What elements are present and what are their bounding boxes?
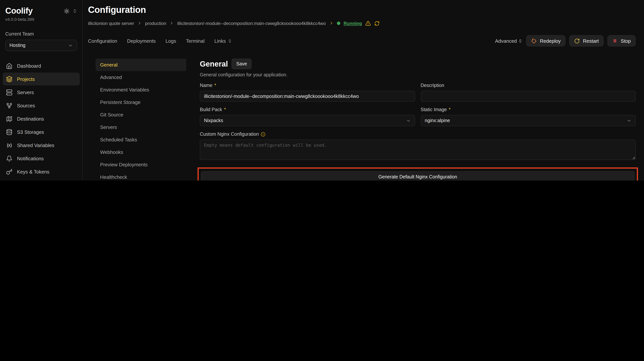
info-icon[interactable] — [261, 132, 266, 137]
subnav-git-source[interactable]: Git Source — [96, 109, 186, 121]
variable-icon: (x) — [6, 142, 12, 148]
app-version: v4.0.0-beta.399 — [5, 17, 77, 22]
breadcrumb-application[interactable]: illicitestonion/-module--decomposition:m… — [177, 21, 326, 26]
chevrons-up-down-icon[interactable] — [72, 9, 77, 13]
sidebar: Coolify v4.0.0-beta.399 Current Team Hos… — [0, 0, 83, 181]
main-area: Configuration illicitonion quote server … — [83, 0, 644, 181]
chevrons-up-down-icon — [228, 39, 232, 43]
breadcrumb-project[interactable]: illicitonion quote server — [88, 21, 134, 26]
redeploy-button[interactable]: Redeploy — [526, 35, 566, 47]
sidebar-item-servers[interactable]: Servers — [3, 86, 80, 99]
tab-links[interactable]: Links — [214, 38, 232, 44]
chevron-down-icon — [68, 43, 73, 48]
tab-configuration[interactable]: Configuration — [88, 38, 117, 44]
description-input[interactable] — [420, 91, 636, 102]
custom-nginx-label: Custom Nginx Configuration — [200, 132, 259, 137]
sidebar-item-tags[interactable]: Tags — [3, 178, 80, 181]
key-icon — [6, 168, 12, 175]
status-dot — [337, 22, 340, 25]
static-image-label: Static Image — [420, 107, 447, 112]
layers-icon — [6, 76, 12, 82]
chevron-down-icon — [627, 118, 632, 123]
sidebar-item-shared-variables[interactable]: (x) Shared Variables — [3, 139, 80, 152]
config-subnav: General Advanced Environment Variables P… — [96, 59, 186, 181]
section-title: General — [200, 60, 228, 68]
sidebar-item-s3-storages[interactable]: S3 Storages — [3, 126, 80, 138]
tab-logs[interactable]: Logs — [166, 38, 176, 44]
tab-bar: Configuration Deployments Logs Terminal … — [88, 35, 636, 47]
sidebar-item-keys-tokens[interactable]: Keys & Tokens — [3, 165, 80, 178]
git-fork-icon — [6, 102, 12, 109]
subnav-servers[interactable]: Servers — [96, 121, 186, 133]
chevron-right-icon — [329, 21, 333, 25]
subnav-environment-variables[interactable]: Environment Variables — [96, 84, 186, 96]
sidebar-item-label: Shared Variables — [17, 142, 54, 148]
sidebar-item-dashboard[interactable]: Dashboard — [3, 59, 80, 72]
restart-label: Restart — [583, 38, 599, 44]
map-icon — [6, 116, 12, 122]
static-image-select[interactable]: nginx:alpine — [420, 115, 636, 126]
app-logo-text[interactable]: Coolify — [5, 6, 61, 16]
chevron-right-icon — [138, 21, 142, 25]
restart-button[interactable]: Restart — [570, 35, 604, 47]
team-select[interactable]: Hosting — [5, 40, 77, 51]
stop-label: Stop — [621, 38, 631, 44]
bell-icon — [6, 155, 12, 162]
sidebar-item-notifications[interactable]: Notifications — [3, 152, 80, 165]
breadcrumb-environment[interactable]: production — [145, 21, 166, 26]
sun-icon[interactable] — [64, 8, 70, 14]
sidebar-item-label: Destinations — [17, 116, 44, 122]
subnav-preview-deployments[interactable]: Preview Deployments — [96, 158, 186, 171]
sidebar-item-label: S3 Storages — [17, 129, 44, 135]
name-input[interactable] — [200, 91, 415, 102]
coolify-app: Coolify v4.0.0-beta.399 Current Team Hos… — [0, 0, 644, 181]
status-badge[interactable]: Running — [344, 21, 362, 26]
sidebar-nav: Dashboard Projects Servers Sources Desti… — [5, 59, 77, 181]
content: General Advanced Environment Variables P… — [88, 59, 636, 181]
generate-nginx-config-button[interactable]: Generate Default Nginx Configuration — [201, 171, 634, 181]
redeploy-label: Redeploy — [540, 38, 561, 44]
required-asterisk: * — [214, 83, 216, 88]
subnav-persistent-storage[interactable]: Persistent Storage — [96, 96, 186, 109]
subnav-healthcheck[interactable]: Healthcheck — [96, 171, 186, 181]
tab-deployments[interactable]: Deployments — [127, 38, 156, 44]
tab-terminal[interactable]: Terminal — [186, 38, 204, 44]
database-icon — [6, 129, 12, 135]
annotation-highlight-box: Generate Default Nginx Configuration — [198, 167, 638, 181]
build-pack-value: Nixpacks — [204, 118, 223, 123]
required-asterisk: * — [224, 107, 226, 112]
chevron-down-icon — [406, 118, 411, 123]
restart-icon — [574, 38, 580, 44]
custom-nginx-textarea[interactable] — [200, 140, 636, 160]
chevrons-up-down-icon — [518, 39, 522, 43]
subnav-webhooks[interactable]: Webhooks — [96, 146, 186, 158]
stop-pause-icon — [612, 38, 618, 44]
advanced-label: Advanced — [495, 38, 517, 44]
sidebar-item-sources[interactable]: Sources — [3, 99, 80, 112]
warning-triangle-icon[interactable] — [366, 21, 371, 26]
general-form: General Save General configuration for y… — [200, 59, 636, 181]
required-asterisk: * — [449, 107, 450, 112]
sidebar-item-label: Servers — [17, 89, 34, 95]
sidebar-item-projects[interactable]: Projects — [3, 73, 80, 85]
server-icon — [6, 89, 12, 96]
name-label: Name — [200, 83, 212, 88]
team-select-value: Hosting — [10, 43, 26, 48]
sidebar-item-destinations[interactable]: Destinations — [3, 112, 80, 125]
tab-links-label: Links — [214, 38, 226, 44]
save-button[interactable]: Save — [232, 59, 252, 69]
static-image-value: nginx:alpine — [425, 118, 450, 123]
refresh-icon[interactable] — [374, 21, 380, 26]
sidebar-item-label: Notifications — [17, 156, 44, 161]
stop-button[interactable]: Stop — [608, 35, 636, 47]
breadcrumb: illicitonion quote server production ill… — [88, 21, 636, 26]
home-icon — [6, 63, 12, 69]
subnav-general[interactable]: General — [96, 59, 186, 71]
advanced-dropdown[interactable]: Advanced — [495, 38, 522, 44]
sidebar-item-label: Keys & Tokens — [17, 169, 50, 174]
chevron-right-icon — [170, 21, 174, 25]
current-team-label: Current Team — [5, 31, 77, 37]
build-pack-select[interactable]: Nixpacks — [200, 115, 415, 126]
subnav-scheduled-tasks[interactable]: Scheduled Tasks — [96, 133, 186, 146]
subnav-advanced[interactable]: Advanced — [96, 71, 186, 84]
